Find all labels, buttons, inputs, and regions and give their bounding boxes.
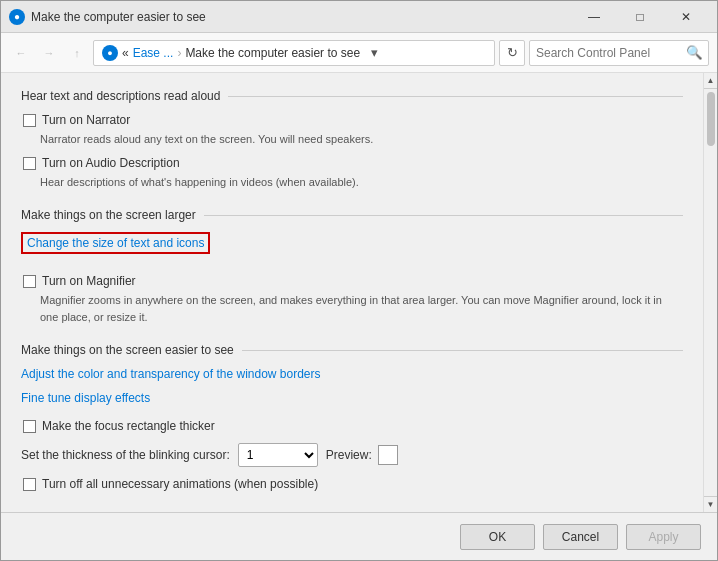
preview-rect	[378, 445, 398, 465]
ok-button[interactable]: OK	[460, 524, 535, 550]
forward-button[interactable]: →	[37, 41, 61, 65]
search-input[interactable]	[536, 46, 686, 60]
larger-section-title: Make things on the screen larger	[21, 208, 683, 222]
window-icon: ●	[9, 9, 25, 25]
breadcrumb-bar: ● « Ease ... › Make the computer easier …	[93, 40, 495, 66]
breadcrumb-prefix: «	[122, 46, 129, 60]
minimize-button[interactable]: —	[571, 1, 617, 33]
breadcrumb-dropdown-button[interactable]: ▾	[364, 40, 384, 66]
refresh-button[interactable]: ↻	[499, 40, 525, 66]
easier-section-title: Make things on the screen easier to see	[21, 343, 683, 357]
main-scroll-content: Hear text and descriptions read aloud Tu…	[1, 73, 703, 512]
magnifier-desc: Magnifier zooms in anywhere on the scree…	[40, 292, 683, 325]
cancel-button[interactable]: Cancel	[543, 524, 618, 550]
close-button[interactable]: ✕	[663, 1, 709, 33]
scrollbar-down[interactable]: ▼	[704, 496, 718, 512]
search-box: 🔍	[529, 40, 709, 66]
scrollbar[interactable]: ▲ ▼	[703, 73, 717, 512]
audio-desc-desc: Hear descriptions of what's happening in…	[40, 174, 683, 191]
cursor-preview: Preview:	[326, 445, 398, 465]
address-bar: ← → ↑ ● « Ease ... › Make the computer e…	[1, 33, 717, 73]
cursor-thickness-select[interactable]: 1 2 3 4 5	[238, 443, 318, 467]
scrollbar-thumb[interactable]	[704, 89, 717, 149]
animations-label: Turn off all unnecessary animations (whe…	[42, 477, 318, 491]
search-icon[interactable]: 🔍	[686, 43, 703, 63]
color-transparency-link[interactable]: Adjust the color and transparency of the…	[21, 367, 321, 381]
magnifier-option-row: Turn on Magnifier	[21, 274, 683, 288]
focus-rect-checkbox[interactable]	[23, 420, 36, 433]
magnifier-checkbox[interactable]	[23, 275, 36, 288]
animations-checkbox[interactable]	[23, 478, 36, 491]
narrator-checkbox[interactable]	[23, 114, 36, 127]
audio-desc-checkbox[interactable]	[23, 157, 36, 170]
hear-section: Hear text and descriptions read aloud Tu…	[21, 89, 683, 190]
larger-section: Make things on the screen larger Change …	[21, 208, 683, 325]
maximize-button[interactable]: □	[617, 1, 663, 33]
display-effects-link[interactable]: Fine tune display effects	[21, 391, 150, 405]
narrator-option-row: Turn on Narrator	[21, 113, 683, 127]
hear-section-title: Hear text and descriptions read aloud	[21, 89, 683, 103]
scrollbar-up[interactable]: ▲	[704, 73, 718, 89]
title-bar-buttons: — □ ✕	[571, 1, 709, 33]
narrator-label: Turn on Narrator	[42, 113, 130, 127]
bottom-bar: OK Cancel Apply	[1, 512, 717, 560]
back-button[interactable]: ←	[9, 41, 33, 65]
preview-label: Preview:	[326, 448, 372, 462]
breadcrumb-separator: ›	[177, 46, 181, 60]
audio-desc-option-row: Turn on Audio Description	[21, 156, 683, 170]
cursor-row: Set the thickness of the blinking cursor…	[21, 443, 683, 467]
easier-section: Make things on the screen easier to see …	[21, 343, 683, 491]
focus-rect-option-row: Make the focus rectangle thicker	[21, 419, 683, 433]
title-bar: ● Make the computer easier to see — □ ✕	[1, 1, 717, 33]
window-title: Make the computer easier to see	[31, 10, 571, 24]
focus-rect-label: Make the focus rectangle thicker	[42, 419, 215, 433]
magnifier-label: Turn on Magnifier	[42, 274, 136, 288]
content-area: Hear text and descriptions read aloud Tu…	[1, 73, 717, 512]
animations-option-row: Turn off all unnecessary animations (whe…	[21, 477, 683, 491]
change-size-link[interactable]: Change the size of text and icons	[21, 232, 210, 254]
audio-desc-label: Turn on Audio Description	[42, 156, 180, 170]
breadcrumb-page: Make the computer easier to see	[185, 46, 360, 60]
narrator-desc: Narrator reads aloud any text on the scr…	[40, 131, 683, 148]
cursor-label: Set the thickness of the blinking cursor…	[21, 448, 230, 462]
up-button[interactable]: ↑	[65, 41, 89, 65]
apply-button[interactable]: Apply	[626, 524, 701, 550]
breadcrumb-globe-icon: ●	[102, 45, 118, 61]
main-window: ● Make the computer easier to see — □ ✕ …	[0, 0, 718, 561]
breadcrumb-ease[interactable]: Ease ...	[133, 46, 174, 60]
